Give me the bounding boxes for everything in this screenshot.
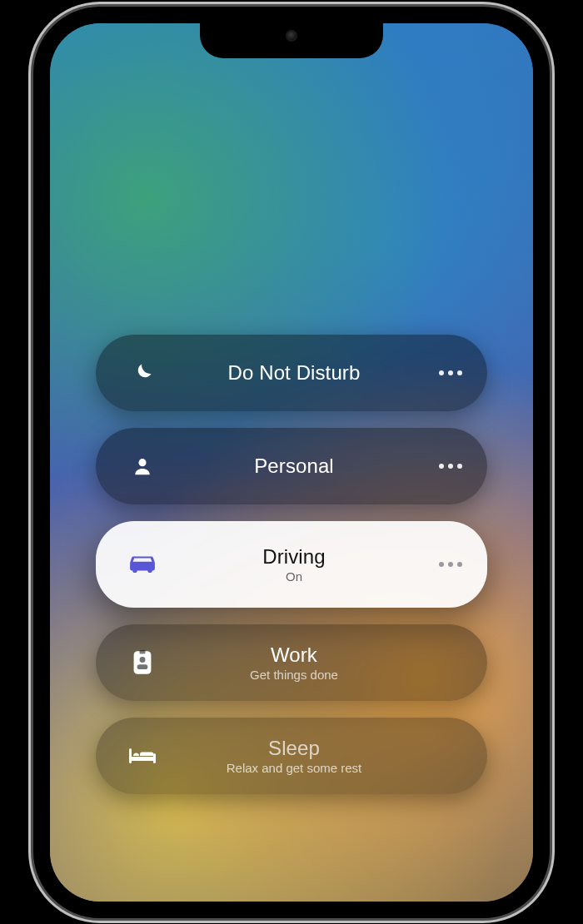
svg-rect-5 [129,748,132,763]
focus-item-title: Personal [254,455,334,478]
phone-device-frame: Do Not Disturb Personal [33,7,550,918]
focus-item-sleep[interactable]: Sleep Relax and get some rest [96,718,487,794]
focus-item-title: Sleep [268,737,320,760]
front-camera [286,30,297,42]
focus-item-work[interactable]: Work Get things done [96,624,487,701]
focus-item-subtitle: Get things done [250,668,338,682]
svg-point-3 [140,657,146,663]
more-options-button[interactable] [429,562,462,567]
focus-item-text: Work Get things done [159,643,429,683]
car-icon [126,554,159,575]
focus-item-text: Personal [159,455,429,478]
focus-item-text: Sleep Relax and get some rest [159,737,429,776]
bed-icon [126,746,159,766]
focus-mode-list: Do Not Disturb Personal [96,335,487,794]
focus-item-text: Driving On [159,545,429,584]
moon-icon [126,361,159,385]
focus-item-text: Do Not Disturb [159,361,429,385]
person-icon [126,455,159,477]
more-options-button[interactable] [429,370,462,375]
notch [200,18,383,58]
focus-item-title: Do Not Disturb [228,361,361,385]
focus-item-driving[interactable]: Driving On [96,521,487,608]
svg-rect-2 [140,650,146,654]
focus-item-personal[interactable]: Personal [96,428,487,504]
more-options-button[interactable] [429,464,462,469]
svg-rect-4 [137,664,148,669]
svg-rect-7 [129,757,156,761]
focus-item-subtitle: On [286,569,302,584]
badge-icon [126,650,159,675]
focus-item-title: Work [271,643,317,667]
phone-bezel: Do Not Disturb Personal [45,18,538,907]
focus-item-title: Driving [262,545,325,569]
svg-point-0 [138,459,146,466]
focus-item-do-not-disturb[interactable]: Do Not Disturb [96,335,487,411]
focus-item-subtitle: Relax and get some rest [227,761,362,775]
